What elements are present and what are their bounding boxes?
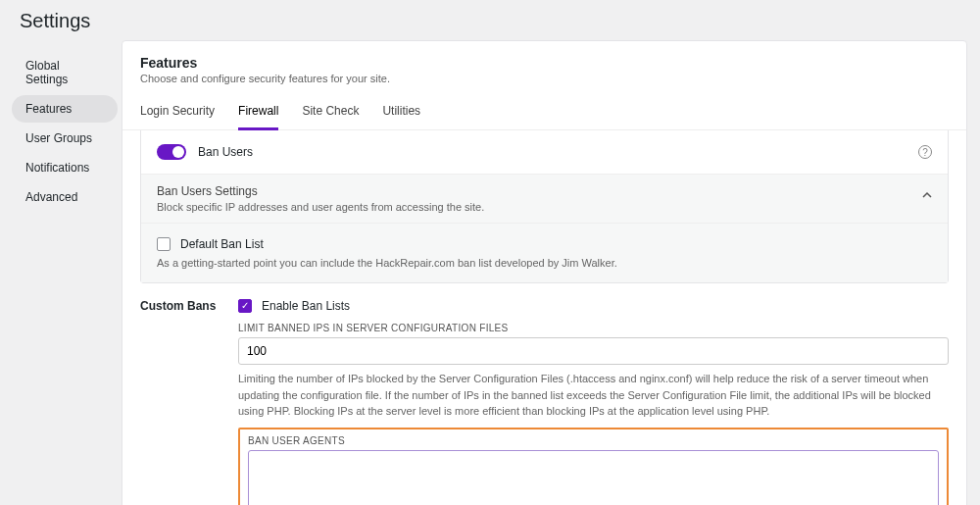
settings-sidebar: Global Settings Features User Groups Not… bbox=[8, 40, 122, 505]
sidebar-item-features[interactable]: Features bbox=[12, 95, 118, 123]
default-ban-list-label: Default Ban List bbox=[180, 237, 264, 251]
ban-users-panel: Ban Users ? Ban Users Settings Block spe… bbox=[140, 130, 949, 283]
sidebar-item-notifications[interactable]: Notifications bbox=[12, 154, 118, 181]
limit-banned-ips-label: LIMIT BANNED IPS IN SERVER CONFIGURATION… bbox=[238, 323, 949, 333]
default-ban-list-checkbox[interactable] bbox=[157, 237, 171, 251]
ban-users-settings-title: Ban Users Settings bbox=[157, 184, 932, 198]
tab-login-security[interactable]: Login Security bbox=[140, 98, 215, 130]
features-subtitle: Choose and configure security features f… bbox=[140, 73, 949, 84]
enable-ban-lists-checkbox[interactable] bbox=[238, 299, 252, 313]
page-title: Settings bbox=[0, 0, 980, 40]
limit-banned-ips-input[interactable] bbox=[238, 337, 949, 365]
tab-firewall[interactable]: Firewall bbox=[238, 98, 278, 130]
custom-bans-title: Custom Bans bbox=[140, 299, 217, 313]
ban-user-agents-label: BAN USER AGENTS bbox=[248, 435, 939, 446]
main-content: Features Choose and configure security f… bbox=[122, 40, 967, 505]
features-heading: Features bbox=[140, 55, 949, 71]
enable-ban-lists-label: Enable Ban Lists bbox=[262, 299, 350, 313]
tab-site-check[interactable]: Site Check bbox=[302, 98, 359, 130]
ban-users-toggle[interactable] bbox=[157, 144, 186, 160]
help-icon[interactable]: ? bbox=[918, 145, 932, 159]
ban-users-toggle-label: Ban Users bbox=[198, 145, 253, 159]
limit-banned-ips-help: Limiting the number of IPs blocked by th… bbox=[238, 371, 949, 420]
ban-user-agents-highlight: BAN USER AGENTS Enter a list of user age… bbox=[238, 428, 949, 506]
sidebar-item-global-settings[interactable]: Global Settings bbox=[12, 52, 118, 93]
chevron-up-icon[interactable] bbox=[922, 188, 932, 198]
custom-bans-section: Custom Bans Enable Ban Lists LIMIT BANNE… bbox=[122, 283, 966, 505]
tab-utilities[interactable]: Utilities bbox=[382, 98, 420, 130]
default-ban-list-hint: As a getting-started point you can inclu… bbox=[157, 257, 932, 269]
ban-users-settings-desc: Block specific IP addresses and user age… bbox=[157, 201, 932, 213]
sidebar-item-advanced[interactable]: Advanced bbox=[12, 183, 118, 211]
ban-user-agents-textarea[interactable] bbox=[248, 450, 939, 506]
sidebar-item-user-groups[interactable]: User Groups bbox=[12, 125, 118, 152]
features-tabs: Login Security Firewall Site Check Utili… bbox=[140, 98, 949, 129]
